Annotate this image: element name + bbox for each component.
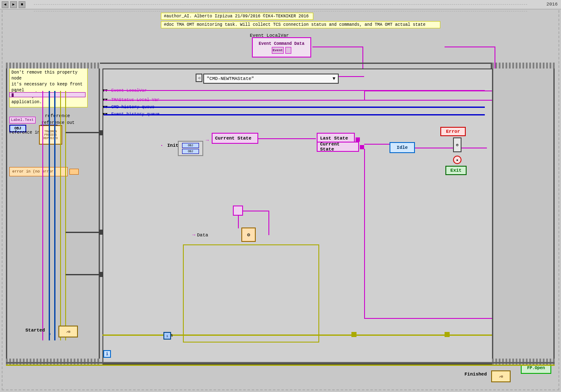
wire-pink-sm-down1: [364, 149, 365, 318]
wire-blue-exit-left: [49, 333, 50, 335]
year-label: 2016: [547, 2, 558, 7]
ref-in-wire-box: ▐▌: [9, 92, 86, 97]
wire-cs-to-ls: [258, 138, 316, 139]
reference-out-label: reference out: [41, 121, 75, 125]
tunnel-current-state2: [360, 145, 364, 149]
state-dropdown[interactable]: "CMD-NEWTMAState" ▼: [203, 74, 339, 84]
data-container: → Data: [192, 232, 208, 238]
wire-event-history-h: [104, 114, 485, 115]
wire-pink-box-right: [243, 211, 268, 211]
event-command-data-box: Event Command Data Event: [252, 37, 311, 58]
wire-outer-bottom-h: [6, 362, 555, 364]
yellow-region: [183, 244, 319, 343]
wire-pink-sm-h-bot: [364, 318, 495, 319]
data-func-node: ⚙: [241, 228, 256, 242]
right-panel-top-border: [492, 63, 555, 69]
wire-pink-box-right2: [268, 211, 269, 235]
sm-selector[interactable]: ◁: [196, 74, 202, 82]
finished-label: Finished: [464, 372, 487, 377]
stop-icon[interactable]: ■: [19, 1, 25, 8]
wire-event-cmd-top: [312, 47, 363, 47]
wire-pink-box-down: [238, 216, 239, 228]
error-indicator-node: ●: [453, 156, 462, 164]
arrow-to-current-state: →: [206, 137, 209, 143]
toolbar-separator: [34, 4, 527, 5]
property-comment-text: Don't remove this property nodeit's nece…: [11, 70, 83, 104]
wire-h-init3: [66, 274, 102, 275]
left-panel: [6, 63, 100, 364]
back-icon[interactable]: ◀: [2, 1, 8, 8]
error-in-box: error in (no error): [9, 167, 68, 176]
left-panel-top-border: [6, 63, 100, 69]
pink-small-box: [233, 206, 243, 216]
wire-h-init2: [66, 232, 102, 233]
ref-in-value: ▐▌: [11, 93, 15, 97]
iter-terminal: i: [163, 332, 171, 340]
wire-blue-v2: [54, 91, 55, 340]
init-node-box: OBJ OBJ: [178, 141, 203, 156]
doc-text: #doc TMA OMT monitoring task. Will colle…: [164, 22, 426, 27]
exit-box: Exit: [445, 166, 467, 175]
started-label: Started: [25, 328, 45, 333]
event-command-data-label: Event Command Data: [259, 41, 304, 46]
toolbar: ◀ ▶ ■ 2016: [0, 0, 561, 9]
data-label: Data: [197, 233, 208, 238]
current-state-box: Current State: [212, 133, 258, 144]
wire-h-init1: [66, 132, 102, 133]
wire-outer-yellow-bottom: [6, 365, 555, 366]
idle-box: Idle: [390, 142, 415, 153]
started-func-node: ↗⊞: [58, 326, 78, 337]
init-label: Init: [167, 143, 178, 148]
current-state-arrow-container: →: [206, 137, 209, 143]
last-state-label: Last State: [320, 136, 348, 141]
wire-cmd-history-h: [104, 107, 485, 108]
wire-pink-right-h2: [364, 90, 495, 91]
dashed-top-line: [34, 11, 527, 11]
doc-comment: #doc TMA OMT monitoring task. Will colle…: [161, 21, 440, 28]
finished-func-node: ↗⊞: [491, 370, 511, 382]
tunnel-last-state: [356, 137, 360, 142]
wire-pink-right-outer-top: [495, 47, 495, 69]
author-text: #author_AI. Alberto Izpizua 21/09/2016 ©…: [164, 14, 309, 19]
event-cmd-right-node: [285, 47, 291, 54]
current-state-box2: Current State: [317, 142, 359, 152]
forward-icon[interactable]: ▶: [10, 1, 17, 8]
wire-idle-right: [415, 148, 487, 148]
wire-yellow-bottom-h: [102, 334, 496, 336]
wire-init-pink: [161, 145, 162, 146]
wire-dropdown-right: [339, 76, 364, 77]
info-box: i: [103, 350, 111, 358]
wire-pink-right-outer-top-h: [445, 47, 495, 47]
label-text-box: Label.Text: [9, 117, 36, 123]
author-comment: #author_AI. Alberto Izpizua 21/09/2016 ©…: [161, 13, 313, 20]
current-state-label: Current State: [215, 136, 251, 141]
wire-pink-v1: [42, 91, 43, 340]
merge-node1: ⊕: [453, 137, 462, 152]
error-in-indicator: [69, 169, 79, 175]
wire-pink-right-h1: [364, 100, 495, 101]
right-panel: [492, 63, 555, 364]
state-dropdown-value: "CMD-NEWTMAState": [207, 76, 254, 81]
current-state2-label: Current State: [320, 142, 356, 152]
wire-blue-v1: [49, 91, 50, 340]
wire-yellow-v2: [65, 91, 66, 340]
toolbar-icons: ◀ ▶ ■: [2, 1, 25, 8]
reference-in-small-label: reference in: [9, 130, 40, 135]
wire-pink-sm-right1: [364, 144, 390, 145]
dropdown-arrow-icon: ▼: [332, 76, 335, 81]
wire-yellow-v1: [60, 91, 61, 340]
arrow-data: →: [192, 232, 195, 238]
error-box: Error: [440, 127, 466, 136]
wire-pink-right-down1: [364, 90, 365, 100]
event-cmd-left-node: Event: [272, 47, 284, 54]
main-canvas: ◀ ▶ ■ 2016 #author_AI. Alberto Izpizua 2…: [0, 0, 561, 392]
